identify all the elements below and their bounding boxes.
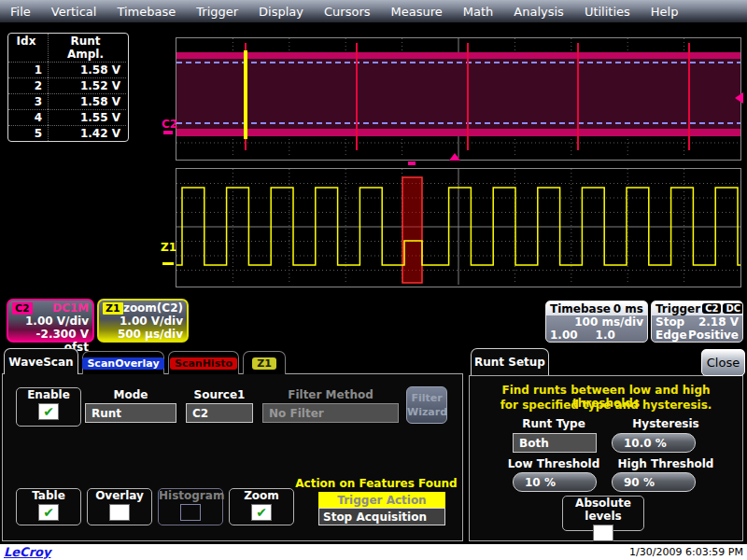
absolute-levels-group[interactable]: Absolute levels [562,496,644,531]
z1-trace-label[interactable]: Z1 [161,241,176,254]
source1-dropdown[interactable]: C2 [186,403,253,423]
table-cell-value: 1.58 V [48,93,126,109]
trigger-coupling-badge: DC [723,303,743,314]
z1-trace [176,169,740,285]
table-checkbox[interactable]: ✔ [38,504,59,521]
menu-bar: FileVerticalTimebaseTriggerDisplayCursor… [0,0,747,22]
tab-runt-setup[interactable]: Runt Setup [471,348,549,375]
tab-wavescan[interactable]: WaveScan [4,348,78,374]
overlay-checkbox[interactable] [109,504,130,521]
menu-item[interactable]: Utilities [574,5,641,19]
menu-item[interactable]: File [0,5,41,19]
mode-label: Mode [85,388,176,401]
table-cell-value: 1.58 V [48,62,126,77]
trigger-time-marker-icon[interactable] [449,153,460,161]
absolute-levels-checkbox[interactable] [593,525,613,541]
datetime: 1/30/2009 6:03:59 PM [629,546,743,558]
trigger-source-badge: C2 [702,303,721,314]
trigger-box[interactable]: Trigger C2 DC Stop 2.18 V Edge Positive [651,301,743,343]
timebase-delay: 0 ms [613,302,643,315]
c2-coupling: DC1M [52,301,89,315]
overlay-group[interactable]: Overlay [87,488,152,525]
tab-runt-setup-label: Runt Setup [474,356,545,369]
c2-trace [176,38,740,158]
c2-trace-label[interactable]: C2 [162,118,177,131]
lecroy-logo: LeCroy [4,545,50,559]
zoom-checkbox[interactable]: ✔ [251,504,272,521]
histogram-checkbox [180,504,201,521]
menu-item[interactable]: Measure [381,5,453,19]
trigger-level: 2.18 V [698,315,739,329]
table-cell-idx: 4 [8,109,48,125]
enable-checkbox[interactable]: ✔ [38,403,59,420]
tab-scanoverlay[interactable]: ScanOverlay [82,351,164,374]
trigger-action-button[interactable]: Trigger Action [318,492,445,508]
z1-ground-marker [162,262,174,265]
mode-dropdown[interactable]: Runt [85,403,176,423]
table-group[interactable]: Table ✔ [16,488,81,525]
menu-item[interactable]: Analysis [503,5,574,19]
menu-item[interactable]: Help [641,5,689,19]
trigger-type: Edge [655,329,687,342]
oscilloscope-screen: FileVerticalTimebaseTriggerDisplayCursor… [0,0,747,560]
trigger-level-marker-icon[interactable] [735,92,743,104]
menu-item[interactable]: Display [248,5,314,19]
table-cell-idx: 2 [8,77,48,93]
table-cell-idx: 3 [8,93,48,109]
menu-item[interactable]: Timebase [106,5,186,19]
tab-scanhisto[interactable]: ScanHisto [168,351,239,374]
table-label: Table [17,489,80,502]
menu-item[interactable]: Math [453,5,504,19]
low-threshold-label: Low Threshold [498,457,610,470]
tab-scanoverlay-label: ScanOverlay [82,357,163,370]
table-cell-idx: 5 [8,125,48,141]
enable-label: Enable [17,388,80,401]
runt-description-line2: for specified type and hysteresis. [470,399,742,412]
menu-item[interactable]: Vertical [41,5,107,19]
filter-method-dropdown: No Filter [262,403,399,423]
source1-label: Source1 [186,388,253,401]
high-threshold-spinner[interactable]: 90 % [612,472,696,492]
c2-chip: C2 [12,302,33,315]
tab-scanhisto-label: ScanHisto [170,357,237,370]
low-threshold-spinner[interactable]: 10 % [513,472,597,492]
enable-group[interactable]: Enable ✔ [16,387,81,427]
c2-vdiv: 1.00 V/div [12,315,89,328]
table-cell-value: 1.55 V [48,109,126,125]
table-header-idx: Idx [8,34,48,62]
zoom-group[interactable]: Zoom ✔ [229,488,294,525]
runt-type-dropdown[interactable]: Both [513,433,597,453]
histogram-group: Histogram [158,488,223,525]
menu-item[interactable]: Cursors [314,5,381,19]
stop-acquisition-button[interactable]: Stop Acquisition [318,508,445,525]
timebase-title: Timebase [550,302,611,315]
table-cell-idx: 1 [8,62,48,77]
timebase-tdiv: 100 ms/div [574,315,643,329]
timebase-samples: 1.00 MS [550,329,596,343]
filter-method-label: Filter Method [262,388,399,401]
timebase-box[interactable]: Timebase 0 ms 100 ms/div 1.00 MS 1.0 MS/… [545,301,648,343]
timebase-rate: 1.0 MS/s [596,329,643,343]
action-on-features-label: Action on Features Found [292,477,460,490]
c2-ground-marker[interactable] [163,131,173,134]
z1-source: zoom(C2) [123,301,183,315]
zoom-pos-marker [408,161,416,165]
table-header-ampl: Runt Ampl. [48,34,126,62]
z1-chip: Z1 [103,302,123,315]
runt-type-label: Runt Type [498,417,610,430]
menu-item[interactable]: Trigger [186,5,248,19]
status-bar: LeCroy 1/30/2009 6:03:59 PM [0,544,747,560]
close-button[interactable]: Close [701,349,745,376]
c2-descriptor-box[interactable]: C2 DC1M 1.00 V/div -2.300 V ofst [7,299,94,343]
trigger-title: Trigger [655,302,700,315]
tab-wavescan-label: WaveScan [8,356,73,369]
trigger-slope: Positive [688,329,739,342]
high-threshold-label: High Threshold [610,457,722,470]
trigger-mode: Stop [655,315,684,329]
tab-z1[interactable]: Z1 [243,351,286,374]
table-cell-value: 1.42 V [48,125,126,141]
hysteresis-spinner[interactable]: 10.0 % [612,433,696,453]
z1-descriptor-box[interactable]: Z1 zoom(C2) 1.00 V/div 500 µs/div [97,299,189,343]
tab-z1-label: Z1 [252,357,276,370]
filter-wizard-button: FilterWizard [406,386,447,424]
